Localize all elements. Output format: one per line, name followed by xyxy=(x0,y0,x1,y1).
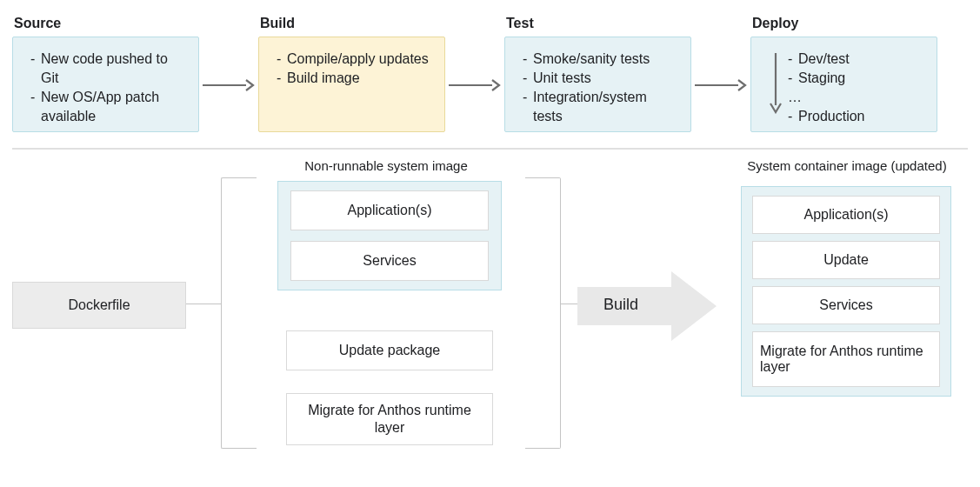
updated-layer: Services xyxy=(752,286,940,324)
stage-deploy: Deploy Dev/test Staging … Production xyxy=(750,16,937,132)
stage-deploy-title: Deploy xyxy=(752,16,937,31)
nonrunnable-image-box: Application(s) Services xyxy=(277,181,502,290)
stage-source-box: New code pushed to Git New OS/App patch … xyxy=(12,37,199,132)
arrow-right-icon xyxy=(203,77,255,94)
list-item: Integration/system tests xyxy=(523,88,675,126)
stage-test: Test Smoke/sanity tests Unit tests Integ… xyxy=(504,16,691,132)
arrow-source-to-build xyxy=(199,77,258,94)
input-bracket-close xyxy=(525,177,561,449)
stage-build-items: Compile/apply updates Build image xyxy=(277,50,429,88)
list-item: Dev/test xyxy=(788,50,865,69)
stage-test-box: Smoke/sanity tests Unit tests Integratio… xyxy=(504,37,691,132)
stage-test-items: Smoke/sanity tests Unit tests Integratio… xyxy=(523,50,675,126)
nonrunnable-caption: Non-runnable system image xyxy=(273,158,499,173)
list-item: New OS/App patch available xyxy=(30,88,183,126)
nonrunnable-layer: Application(s) xyxy=(290,190,489,230)
list-item: New code pushed to Git xyxy=(30,50,183,88)
bracket-stem-right xyxy=(560,304,577,304)
build-arrow: Build xyxy=(577,271,717,344)
stage-test-title: Test xyxy=(506,16,691,31)
arrow-build-to-test xyxy=(445,77,504,94)
list-item: Build image xyxy=(277,69,429,88)
bracket-stem-left xyxy=(186,304,221,304)
stage-deploy-items: Dev/test Staging … Production xyxy=(788,50,865,126)
list-item: Smoke/sanity tests xyxy=(523,50,675,69)
arrow-right-icon xyxy=(695,77,747,94)
update-package-box: Update package xyxy=(286,330,493,370)
dockerfile-box: Dockerfile xyxy=(12,282,186,329)
updated-layer: Migrate for Anthos runtime layer xyxy=(752,331,940,387)
pipeline-row: Source New code pushed to Git New OS/App… xyxy=(12,16,968,132)
stage-build: Build Compile/apply updates Build image xyxy=(258,16,445,132)
list-item: Unit tests xyxy=(523,69,675,88)
list-item: … xyxy=(788,88,865,107)
arrow-down-icon xyxy=(769,53,783,114)
arrow-test-to-deploy xyxy=(691,77,750,94)
updated-layer: Application(s) xyxy=(752,196,940,234)
build-flow-diagram: Dockerfile Non-runnable system image App… xyxy=(12,177,968,464)
stage-source: Source New code pushed to Git New OS/App… xyxy=(12,16,199,132)
svg-marker-4 xyxy=(577,271,717,341)
arrow-deploy-sequence xyxy=(769,53,783,117)
section-divider xyxy=(12,148,968,150)
stage-build-box: Compile/apply updates Build image xyxy=(258,37,445,132)
updated-layer: Update xyxy=(752,241,940,279)
list-item: Staging xyxy=(788,69,865,88)
updated-caption: System container image (updated) xyxy=(725,158,969,173)
migrate-layer-box: Migrate for Anthos runtime layer xyxy=(286,393,493,445)
stage-build-title: Build xyxy=(260,16,445,31)
stage-source-items: New code pushed to Git New OS/App patch … xyxy=(30,50,183,126)
input-bracket xyxy=(221,177,257,449)
stage-source-title: Source xyxy=(14,16,199,31)
build-arrow-label: Build xyxy=(603,296,638,314)
list-item: Production xyxy=(788,107,865,126)
dockerfile-label: Dockerfile xyxy=(68,297,130,314)
list-item: Compile/apply updates xyxy=(277,50,429,69)
nonrunnable-layer: Services xyxy=(290,241,489,281)
stage-deploy-box: Dev/test Staging … Production xyxy=(750,37,937,132)
arrow-right-icon xyxy=(449,77,501,94)
big-arrow-right-icon xyxy=(577,271,717,341)
updated-image-box: Application(s) Update Services Migrate f… xyxy=(741,186,951,397)
